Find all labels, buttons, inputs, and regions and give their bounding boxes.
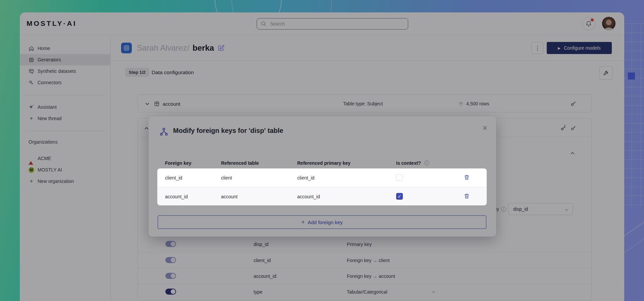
key-icon[interactable] [570,100,577,107]
account-table-card: account Table type: Subject 4,500 rows [138,94,592,112]
delete-row-button[interactable] [463,193,470,200]
referenced-primary-key-cell: client_id [297,168,314,187]
connector-icon [29,80,34,86]
column-header: Referenced primary key [297,160,351,166]
sidebar-item-assistant[interactable]: Assistant [20,101,110,113]
info-icon: i [501,207,506,212]
column-toggle[interactable] [165,241,176,247]
column-name: disp_id [254,236,268,252]
table-name: account [163,95,180,113]
column-encoding: Foreign key → client [347,252,390,268]
home-icon [29,46,34,51]
referenced-primary-key-cell: account_id [297,187,320,205]
sidebar-item-connectors[interactable]: Connectors [20,77,110,88]
magic-key-icon[interactable] [560,125,567,131]
trash-icon [464,193,470,199]
workspace-settings-button[interactable] [599,66,613,80]
column-encoding: Tabular/Categorical [347,284,387,300]
chevron-up-icon[interactable] [570,151,575,156]
notifications-button[interactable] [582,17,595,31]
sidebar-divider [24,131,106,131]
sidebar-item-label: MOSTLY AI [38,167,62,172]
play-icon: ▶ [558,46,560,50]
column-toggle[interactable] [165,289,176,295]
column-toggle[interactable] [165,257,176,263]
column-row-type: type Tabular/Categorical [138,284,591,299]
table-row: account_id account account_id ✓ [157,187,487,205]
search-input[interactable] [267,18,408,29]
referenced-table-cell: account [221,187,237,205]
column-row-disp-id: disp_id Primary key [138,236,591,252]
plus-icon: + [29,115,34,122]
add-foreign-key-button[interactable]: + Add foreign key [158,215,486,229]
info-icon: i [424,160,429,165]
configure-models-button[interactable]: ▶ Configure models [547,42,612,54]
search-bar[interactable] [257,18,408,30]
ai-chip-icon [123,45,130,51]
primary-key-value: disp_id [513,206,528,212]
column-header: Referenced table [221,160,259,166]
sidebar-item-label: Assistant [38,104,57,110]
dataset-icon [29,68,34,74]
foreign-key-rows: client_id client client_id ✓ account_id … [157,168,487,205]
bell-icon [585,20,592,27]
delete-row-button[interactable] [463,174,470,181]
is-context-checkbox[interactable]: ✓ [396,174,403,181]
sidebar-item-label: Synthetic datasets [38,68,76,74]
sparkle-icon [29,104,34,110]
generator-icon [121,43,132,53]
sidebar-item-org-acme[interactable]: ACME [20,153,110,164]
column-header: Is context? [396,160,421,166]
mostly-ai-org-icon: M [29,167,34,173]
plus-icon: + [29,178,34,185]
sidebar-item-label: Generators [38,57,61,62]
sidebar-item-synthetic-datasets[interactable]: Synthetic datasets [20,65,110,77]
foreign-key-table-headers: Foreign key Referenced table Referenced … [149,160,496,167]
edit-icon[interactable] [217,44,225,52]
generator-title: Sarah Alvarez/berka [137,35,225,61]
column-header: Foreign key [165,160,192,166]
sidebar-item-label: New organization [38,179,74,184]
sidebar-item-label: Home [38,46,50,51]
sidebar-item-generators[interactable]: Generators [20,54,110,65]
more-options-button[interactable]: ⋮ [531,42,543,54]
kebab-icon: ⋮ [535,45,540,52]
sidebar-item-new-thread[interactable]: + New thread [20,113,110,124]
chevron-down-icon[interactable] [145,101,150,106]
column-name: account_id [254,268,276,284]
chevron-down-icon[interactable] [431,290,436,294]
generator-name: berka [193,43,214,53]
decor-grid-dot [628,72,635,80]
configure-models-label: Configure models [564,45,601,51]
decor-grid [623,23,644,206]
modify-foreign-keys-modal: Modify foreign keys for 'disp' table × F… [149,116,496,237]
chevron-down-icon [565,208,569,212]
top-navbar: MOSTLY·AI [20,12,624,35]
is-context-checkbox[interactable]: ✓ [396,193,403,200]
plus-icon: + [301,219,305,225]
column-encoding: Foreign key → account [347,268,395,284]
sidebar-item-label: ACME [38,156,51,161]
trash-icon [464,174,470,181]
sidebar-item-label: New thread [38,116,62,121]
hierarchy-icon [159,127,168,136]
key-outline-icon[interactable] [570,125,577,131]
sidebar-item-new-organization[interactable]: + New organization [20,175,110,187]
column-toggle[interactable] [165,273,176,279]
organizations-label: Organizations [20,139,110,145]
column-name: type [254,284,262,300]
step-title: Data configuration [152,68,194,77]
sidebar: Home Generators Synthetic datasets Conne… [20,35,111,301]
primary-key-select[interactable]: disp_id [508,203,573,215]
table-row: client_id client client_id ✓ [157,168,487,187]
row-count-label: 4,500 rows [466,101,489,106]
sidebar-item-org-mostly-ai[interactable]: M MOSTLY AI [20,164,110,175]
close-icon[interactable]: × [482,124,487,132]
user-avatar[interactable] [602,17,615,30]
column-row-client-id: client_id Foreign key → client [138,252,591,268]
generator-owner: Sarah Alvarez/ [137,43,189,53]
sidebar-item-label: Connectors [38,80,62,85]
table-icon [154,101,160,107]
search-icon [261,21,267,27]
sidebar-item-home[interactable]: Home [20,43,110,54]
